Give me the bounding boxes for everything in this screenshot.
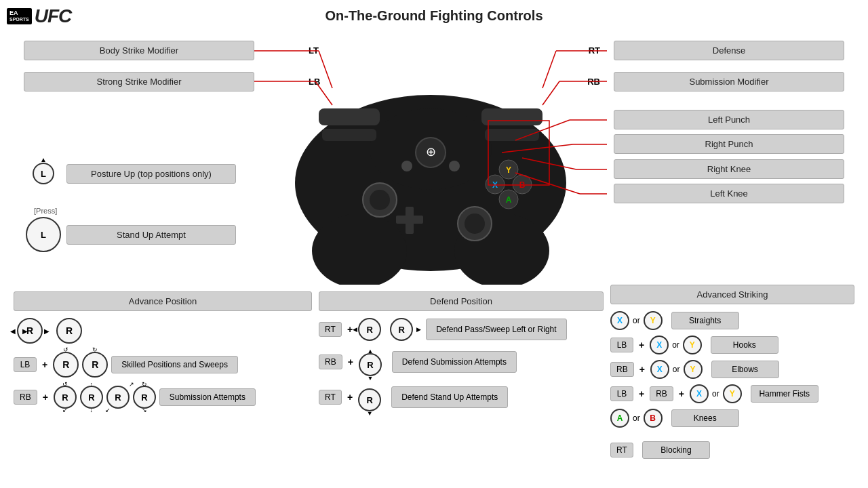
adv-row-hooks: LB + X or Y Hooks [610,336,854,354]
r-down-arr: ▼ R [358,388,381,411]
ea-text: EA [9,9,18,16]
plus-a3: + [639,364,645,375]
rt-btn-adv: RT [610,443,633,458]
page-title: On-The-Ground Fighting Controls [0,0,868,28]
r-circle-d3: R [358,388,381,411]
svg-rect-5 [481,108,542,125]
adv-striking-title: Advanced Striking [610,285,854,304]
l-stick-posture-area: ▲ L [26,156,61,191]
a-btn: A [610,409,629,428]
or-2: or [672,340,679,350]
rb-btn-3: RB [610,362,634,377]
r-circle-7: R [106,386,130,409]
r-rotate-left: ↺ R [53,352,79,378]
elbows-label: Elbows [711,361,779,378]
adv-row-blocking: RT Blocking [610,441,854,459]
press-label: [Press] [34,207,57,215]
rt-btn-d1: RT [319,322,342,337]
advance-row-2: LB + ↺ R ↻ R Skilled Positions and Sweep… [14,352,312,378]
rb-btn-2: RB [14,390,37,405]
controller-svg: ⊕ Y X B A [264,34,597,285]
r-stick-left-1: ◀ ▶ R [17,318,43,344]
adv-row-knees: A or B Knees [610,409,854,428]
defend-position-title: Defend Position [319,291,604,311]
defense-label: Defense [614,41,844,60]
submission-modifier-label: Submission Modifier [614,72,844,92]
x-btn-2: X [650,336,669,354]
svg-point-15 [465,214,485,234]
rb-btn-4: RB [650,386,673,401]
svg-rect-17 [396,216,423,224]
r-circle-2: R [56,318,82,344]
adv-row-hammer: LB + RB + X or Y Hammer Fists [610,384,854,403]
svg-point-10 [401,161,412,171]
x-btn-4: X [690,384,709,403]
plus-d3: + [347,392,353,403]
strong-strike-modifier-label: Strong Strike Modifier [24,72,254,92]
svg-rect-4 [319,108,380,125]
svg-text:X: X [492,180,498,190]
or-3: or [673,365,680,374]
x-btn-1: X [610,311,629,330]
l-stick-icon: L [33,163,54,184]
svg-text:B: B [519,180,526,190]
l-stick-press-icon: L [26,217,61,252]
adv-row-elbows: RB + X or Y Elbows [610,360,854,379]
rt-btn-d3: RT [319,390,342,405]
svg-rect-6 [322,129,376,141]
stand-up-row: L Stand Up Attempt [26,217,236,252]
r-updown-arr: ▲ ▼ R [359,353,382,376]
posture-up-row: ▲ L Posture Up (top positions only) [26,156,236,191]
advance-row-3: RB + ↺ ↙ R ↑ ↓ R ↗ ↙ R ↻ ↘ R Submission … [14,386,312,409]
defend-row-2: RB + ▲ ▼ R Defend Submission Attempts [319,348,604,376]
straights-label: Straights [671,312,739,329]
hooks-label: Hooks [711,336,778,354]
svg-text:A: A [506,195,512,205]
submission-attempts-label: Submission Attempts [159,388,256,406]
plus-1: + [42,359,47,370]
rb-btn-d2: RB [319,354,342,369]
plus-d2: + [348,357,353,367]
sports-text: SPORTS [9,17,29,22]
svg-point-11 [449,161,460,171]
body-strike-modifier-label: Body Strike Modifier [24,41,254,60]
svg-point-1 [312,214,407,285]
plus-a2: + [639,340,644,350]
y-btn-1: Y [644,311,663,330]
lb-btn: LB [14,357,37,372]
stand-up-label: Stand Up Attempt [66,225,236,245]
defend-result-2: Defend Submission Attempts [392,351,517,373]
ea-logo: EA SPORTS [7,8,32,24]
defend-position-section: Defend Position RT + ◀ R R ▶ Defend Pass… [319,291,604,411]
r-left-arr: ◀ R [358,318,381,341]
lb-btn-2: LB [610,338,633,352]
advance-row-1: ◀ ▶ R R ▶ [14,318,312,344]
left-knee-label: Left Knee [614,184,844,203]
posture-up-label: Posture Up (top positions only) [66,164,236,184]
logo: EA SPORTS UFC [7,5,71,27]
r-circle-4: R [82,352,108,378]
r-circle-d1: R [358,318,381,341]
adv-row-straights: X or Y Straights [610,311,854,330]
hammer-fists-label: Hammer Fists [751,385,818,403]
y-btn-2: Y [683,336,702,354]
plus-d1: + [347,324,353,335]
r-rot-1: ↺ ↙ R [54,386,77,409]
or-5: or [633,413,640,423]
or-1: or [633,316,640,325]
y-btn-3: Y [684,360,703,379]
svg-point-13 [370,190,390,210]
plus-2: + [43,392,48,403]
svg-text:⊕: ⊕ [426,145,436,159]
right-knee-label: Right Knee [614,159,844,179]
plus-a4b: + [679,388,684,399]
left-punch-label: Left Punch [614,110,844,129]
r-circle-3: R [53,352,79,378]
svg-text:Y: Y [506,165,511,175]
r-circle-d2: R [359,353,382,376]
y-btn-4: Y [723,384,742,403]
r-rotate-right: ↻ R [82,352,108,378]
advance-position-title: Advance Position [14,291,312,311]
r-circle-6: R [80,386,103,409]
skilled-positions-label: Skilled Positions and Sweeps [111,356,238,373]
